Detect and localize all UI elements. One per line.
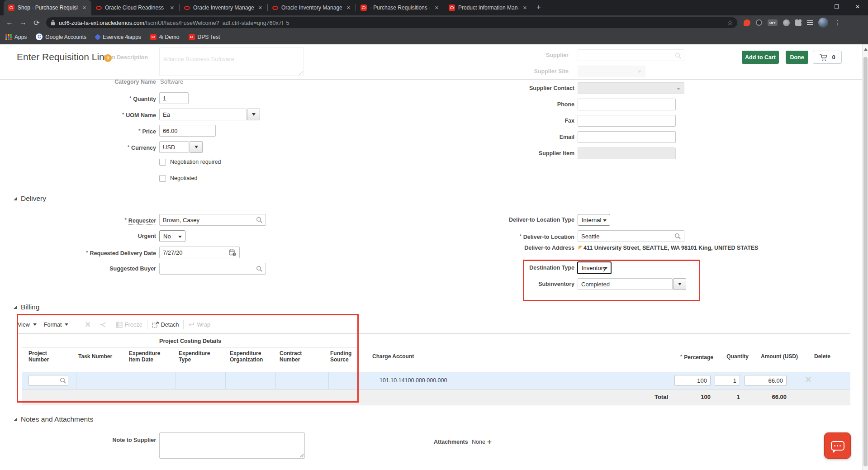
negotiated-checkbox[interactable] (159, 175, 166, 182)
search-icon[interactable] (60, 377, 66, 384)
dropdown-arrow-icon (194, 146, 198, 148)
suggested-buyer-input[interactable] (159, 263, 266, 275)
tab-close-icon[interactable]: ✕ (257, 5, 264, 11)
fax-input[interactable] (578, 115, 676, 127)
bookmark-apps[interactable]: Apps (5, 34, 27, 40)
toolbar-separator (111, 320, 111, 329)
tab-close-icon[interactable]: ✕ (81, 5, 88, 11)
help-icon[interactable]: ? (104, 54, 112, 62)
subinventory-dropdown-button[interactable] (673, 278, 686, 290)
bookmark-google-accounts[interactable]: G Google Accounts (36, 33, 86, 40)
destination-type-select[interactable]: Inventory (577, 261, 612, 274)
tab-shop-purchase-requisitions[interactable]: Shop - Purchase Requisitions - O ✕ (4, 0, 91, 15)
bookmark-eservice[interactable]: Eservice 4iapps (95, 34, 141, 40)
percentage-input[interactable] (674, 375, 711, 386)
deliver-to-address-label: Deliver-to Address (524, 243, 574, 252)
tab-title: Shop - Purchase Requisitions - O (18, 5, 78, 11)
reload-button[interactable]: ⟳ (30, 19, 43, 27)
date-picker-icon[interactable] (229, 249, 237, 256)
tab-oracle-inventory-1[interactable]: Oracle Inventory Management C ✕ (180, 0, 267, 15)
new-tab-button[interactable]: + (536, 3, 541, 12)
currency-input[interactable] (159, 141, 189, 153)
uom-name-input[interactable] (159, 109, 247, 120)
oracle-favicon (360, 5, 367, 11)
column-header-quantity: Quantity (726, 353, 749, 360)
tab-close-icon[interactable]: ✕ (345, 5, 352, 11)
cart-button[interactable]: 0 (813, 51, 842, 64)
urgent-select[interactable]: No (159, 230, 185, 242)
extension-hand-icon[interactable] (744, 19, 750, 26)
back-button[interactable]: ← (3, 19, 16, 27)
tab-purchase-requisitions-2[interactable]: - Purchase Requisitions - Oracle ✕ (356, 0, 444, 15)
deliver-to-location-type-select[interactable]: Internal (578, 214, 610, 226)
window-minimize-button[interactable]: — (806, 0, 826, 14)
billing-title: Billing (21, 303, 39, 311)
done-button[interactable]: Done (786, 51, 808, 64)
tab-oracle-inventory-2[interactable]: Oracle Inventory Management C ✕ (268, 0, 356, 15)
tab-close-icon[interactable]: ✕ (433, 5, 440, 11)
cart-count: 0 (832, 54, 835, 61)
requester-input[interactable] (159, 214, 266, 226)
vertical-scrollbar[interactable] (862, 44, 868, 470)
wrap-button: Wrap (188, 322, 210, 328)
collapse-triangle-icon (14, 418, 17, 421)
subinventory-input[interactable] (578, 278, 673, 290)
search-icon[interactable] (256, 266, 262, 272)
row-quantity-input[interactable] (715, 375, 740, 386)
scroll-up-arrow[interactable] (864, 48, 868, 51)
supplier-site-label-ghost: Supplier Site (534, 66, 569, 77)
extensions-puzzle-icon[interactable] (795, 19, 802, 26)
notes-section-header[interactable]: Notes and Attachments (14, 415, 93, 423)
search-icon[interactable] (256, 217, 262, 223)
add-to-cart-button[interactable]: Add to Cart (742, 51, 779, 64)
currency-dropdown-button[interactable] (190, 141, 203, 153)
delivery-section-header[interactable]: Delivery (14, 195, 46, 203)
resize-handle[interactable] (300, 454, 304, 457)
tab-close-icon[interactable]: ✕ (522, 5, 528, 11)
price-input[interactable] (159, 125, 216, 137)
required-marker: * (128, 144, 129, 150)
amount-input[interactable] (745, 375, 787, 386)
tab-oracle-cloud-readiness[interactable]: Oracle Cloud Readiness | Oracle ✕ (91, 0, 179, 15)
quantity-input[interactable] (159, 92, 189, 104)
format-menu[interactable]: Format (44, 322, 69, 328)
page-content: Alliance Business Software Item Descript… (0, 44, 868, 470)
extension-paw-icon[interactable] (783, 19, 790, 26)
bookmark-dps-test[interactable]: DPS Test (189, 34, 220, 40)
view-menu[interactable]: View (18, 322, 37, 328)
negotiation-required-checkbox[interactable] (159, 159, 166, 166)
negotiated-label: Negotiated (170, 174, 197, 182)
lock-icon[interactable] (51, 20, 55, 26)
window-restore-button[interactable]: ❐ (826, 0, 847, 14)
uom-dropdown-button[interactable] (247, 109, 260, 120)
url-field[interactable]: ucf6-zota-fa-ext.oracledemos.com/fscmUI/… (46, 17, 737, 28)
delete-row-icon[interactable]: ✕ (805, 375, 811, 385)
search-icon[interactable] (674, 233, 681, 239)
tab-close-icon[interactable]: ✕ (169, 5, 175, 11)
billing-section-header[interactable]: Billing (14, 303, 39, 311)
dropdown-arrow-icon (252, 113, 256, 116)
uom-name-label: *UOM Name (122, 109, 156, 120)
profile-avatar[interactable] (818, 18, 828, 28)
forward-button[interactable]: → (16, 19, 30, 27)
note-to-supplier-textarea[interactable] (159, 432, 305, 459)
detach-button[interactable]: Detach (152, 322, 179, 328)
bookmark-4i-demo[interactable]: 4i Demo (150, 34, 180, 40)
requested-delivery-date-input[interactable] (159, 247, 240, 258)
email-input[interactable] (578, 131, 676, 143)
chat-widget-button[interactable] (824, 432, 851, 459)
add-attachment-icon[interactable]: + (487, 436, 492, 448)
deliver-to-location-type-label: Deliver-to Location Type (509, 214, 574, 226)
phone-input[interactable] (578, 99, 676, 110)
toolbar-separator (183, 320, 184, 329)
scrollbar-thumb[interactable] (863, 57, 868, 466)
extension-circle-icon[interactable] (756, 19, 762, 26)
tab-product-information[interactable]: Product Information Manageme ✕ (444, 0, 532, 15)
deliver-to-location-input[interactable] (578, 230, 684, 242)
window-close-button[interactable]: ✕ (847, 0, 868, 14)
browser-menu-icon[interactable]: ⋮ (835, 19, 841, 26)
price-label: *Price (138, 125, 156, 137)
bookmark-star-icon[interactable]: ☆ (727, 19, 733, 26)
reading-list-icon[interactable] (807, 20, 813, 25)
extension-off-badge[interactable]: OFF (768, 19, 778, 26)
